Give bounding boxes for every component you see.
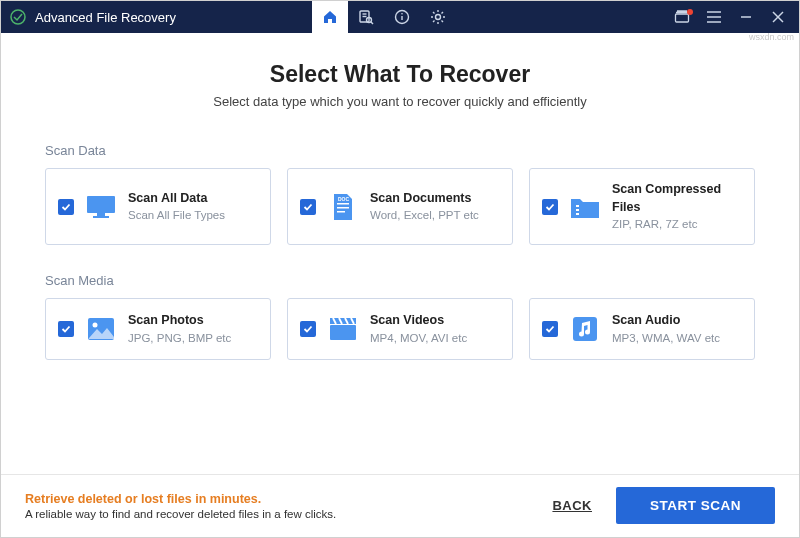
monitor-icon xyxy=(84,193,118,221)
card-audio[interactable]: Scan Audio MP3, WMA, WAV etc xyxy=(529,298,755,360)
svg-rect-18 xyxy=(97,213,105,216)
svg-point-0 xyxy=(11,10,25,24)
minimize-icon xyxy=(740,11,752,23)
card-desc: MP3, WMA, WAV etc xyxy=(612,330,720,346)
card-desc: JPG, PNG, BMP etc xyxy=(128,330,231,346)
folder-zip-icon xyxy=(568,193,602,221)
checkbox-audio[interactable] xyxy=(542,321,558,337)
svg-rect-17 xyxy=(87,196,115,213)
document-icon: DOC xyxy=(326,193,360,221)
page-subtitle: Select data type which you want to recov… xyxy=(45,94,755,109)
svg-text:DOC: DOC xyxy=(338,196,350,202)
card-desc: ZIP, RAR, 7Z etc xyxy=(612,216,742,232)
media-cards: Scan Photos JPG, PNG, BMP etc Scan Video… xyxy=(45,298,755,360)
nav-settings[interactable] xyxy=(420,1,456,33)
checkbox-compressed[interactable] xyxy=(542,199,558,215)
gear-icon xyxy=(430,9,446,25)
svg-rect-10 xyxy=(676,14,689,22)
card-title: Scan Compressed Files xyxy=(612,181,742,216)
window-controls xyxy=(673,8,787,26)
notifications-button[interactable] xyxy=(673,8,691,26)
nav-tabs xyxy=(312,1,456,33)
card-title: Scan Documents xyxy=(370,190,479,208)
clapperboard-icon xyxy=(326,315,360,343)
hamburger-icon xyxy=(707,11,721,23)
checkbox-all-data[interactable] xyxy=(58,199,74,215)
minimize-button[interactable] xyxy=(737,8,755,26)
svg-rect-20 xyxy=(337,203,349,205)
nav-home[interactable] xyxy=(312,1,348,33)
scan-icon xyxy=(358,9,374,25)
titlebar: Advanced File Recovery xyxy=(1,1,799,33)
promo-subtitle: A reliable way to find and recover delet… xyxy=(25,508,336,520)
main-content: Select What To Recover Select data type … xyxy=(1,33,799,360)
card-title: Scan Videos xyxy=(370,312,467,330)
start-scan-button[interactable]: START SCAN xyxy=(616,487,775,524)
checkbox-documents[interactable] xyxy=(300,199,316,215)
data-cards: Scan All Data Scan All File Types DOC Sc… xyxy=(45,168,755,245)
music-note-icon xyxy=(568,315,602,343)
svg-point-9 xyxy=(435,15,440,20)
card-title: Scan All Data xyxy=(128,190,225,208)
svg-rect-29 xyxy=(330,325,356,340)
close-button[interactable] xyxy=(769,8,787,26)
back-button[interactable]: BACK xyxy=(552,498,592,513)
promo-title: Retrieve deleted or lost files in minute… xyxy=(25,492,336,506)
svg-rect-21 xyxy=(337,207,349,209)
card-compressed[interactable]: Scan Compressed Files ZIP, RAR, 7Z etc xyxy=(529,168,755,245)
nav-deep-scan[interactable] xyxy=(348,1,384,33)
page-title: Select What To Recover xyxy=(45,61,755,88)
footer: Retrieve deleted or lost files in minute… xyxy=(1,474,799,538)
app-logo-icon xyxy=(9,8,27,26)
svg-line-5 xyxy=(371,22,373,24)
info-icon xyxy=(394,9,410,25)
watermark: wsxdn.com xyxy=(749,32,794,42)
image-icon xyxy=(84,315,118,343)
card-title: Scan Audio xyxy=(612,312,720,330)
svg-rect-26 xyxy=(576,213,579,215)
card-desc: Scan All File Types xyxy=(128,207,225,223)
section-label-media: Scan Media xyxy=(45,273,755,288)
section-label-data: Scan Data xyxy=(45,143,755,158)
card-photos[interactable]: Scan Photos JPG, PNG, BMP etc xyxy=(45,298,271,360)
checkbox-videos[interactable] xyxy=(300,321,316,337)
card-desc: MP4, MOV, AVI etc xyxy=(370,330,467,346)
svg-rect-22 xyxy=(337,211,345,213)
card-documents[interactable]: DOC Scan Documents Word, Excel, PPT etc xyxy=(287,168,513,245)
notification-dot xyxy=(687,9,693,15)
svg-point-28 xyxy=(93,323,98,328)
nav-info[interactable] xyxy=(384,1,420,33)
card-desc: Word, Excel, PPT etc xyxy=(370,207,479,223)
svg-rect-25 xyxy=(576,209,579,211)
svg-point-8 xyxy=(401,13,403,15)
svg-rect-30 xyxy=(573,317,597,341)
home-icon xyxy=(322,9,338,25)
card-title: Scan Photos xyxy=(128,312,231,330)
app-title: Advanced File Recovery xyxy=(35,10,176,25)
card-videos[interactable]: Scan Videos MP4, MOV, AVI etc xyxy=(287,298,513,360)
svg-rect-24 xyxy=(576,205,579,207)
card-all-data[interactable]: Scan All Data Scan All File Types xyxy=(45,168,271,245)
close-icon xyxy=(772,11,784,23)
menu-button[interactable] xyxy=(705,8,723,26)
checkbox-photos[interactable] xyxy=(58,321,74,337)
svg-rect-19 xyxy=(93,216,109,218)
